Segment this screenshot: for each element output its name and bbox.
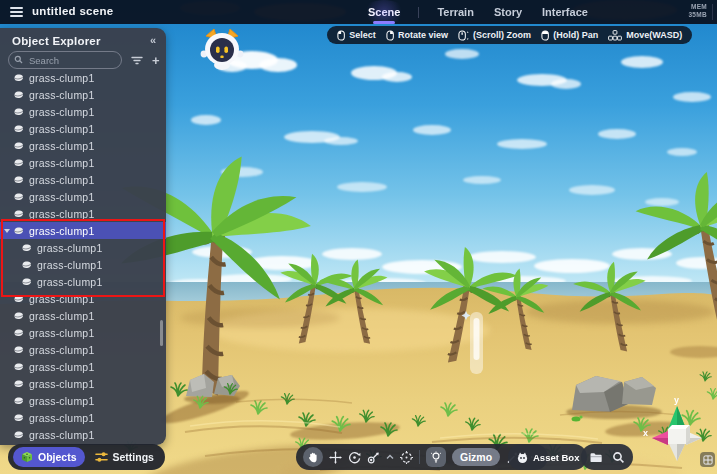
mouse-right-icon bbox=[386, 30, 394, 41]
object-explorer-panel: Object Explorer « + grass-clump1grass-cl… bbox=[0, 28, 166, 445]
tree-item-label: grass-clump1 bbox=[29, 225, 94, 237]
mesh-icon bbox=[13, 413, 24, 422]
tree-item[interactable]: grass-clump1 bbox=[0, 239, 166, 256]
snap-tool-button[interactable] bbox=[400, 451, 413, 464]
tree-item[interactable]: grass-clump1 bbox=[0, 171, 166, 188]
objects-button[interactable]: Objects bbox=[13, 447, 85, 467]
light-toggle-button[interactable] bbox=[426, 447, 446, 467]
tree-item[interactable]: grass-clump1 bbox=[0, 205, 166, 222]
mesh-icon bbox=[13, 226, 24, 235]
settings-label: Settings bbox=[113, 451, 154, 463]
add-object-icon[interactable]: + bbox=[152, 54, 160, 67]
tree-item-label: grass-clump1 bbox=[29, 412, 94, 424]
tree-item[interactable]: grass-clump1 bbox=[0, 120, 166, 137]
move-arrows-icon bbox=[329, 451, 342, 464]
tree-item[interactable]: grass-clump1 bbox=[0, 375, 166, 392]
search-assets-button[interactable] bbox=[612, 451, 625, 464]
objects-label: Objects bbox=[38, 451, 77, 463]
tree-item[interactable]: grass-clump1 bbox=[0, 188, 166, 205]
mesh-icon bbox=[21, 277, 32, 286]
cat-robot-icon bbox=[199, 27, 245, 71]
snap-grid-icon bbox=[400, 451, 413, 464]
search-icon bbox=[14, 55, 23, 64]
mesh-icon bbox=[13, 311, 24, 320]
folder-button[interactable] bbox=[589, 451, 603, 463]
tree-item[interactable]: grass-clump1 bbox=[0, 307, 166, 324]
tree-item[interactable]: grass-clump1 bbox=[0, 69, 166, 86]
mouse-left-icon bbox=[337, 30, 345, 41]
mouse-hold-icon bbox=[541, 30, 549, 41]
asset-box-label: Asset Box bbox=[533, 452, 579, 463]
tree-item[interactable]: grass-clump1 bbox=[0, 426, 166, 443]
tab-story[interactable]: Story bbox=[492, 6, 524, 18]
tree-item-label: grass-clump1 bbox=[29, 123, 94, 135]
assistant-mascot[interactable] bbox=[199, 27, 245, 71]
hint-zoom: (Scroll) Zoom bbox=[458, 30, 531, 41]
asset-box-button[interactable]: Asset Box bbox=[508, 444, 587, 470]
move-tool-button[interactable] bbox=[329, 451, 342, 464]
cat-icon bbox=[516, 451, 529, 464]
tree-item[interactable]: grass-clump1 bbox=[0, 341, 166, 358]
tree-item-label: grass-clump1 bbox=[29, 72, 94, 84]
tree-item[interactable]: grass-clump1 bbox=[0, 256, 166, 273]
scrollbar-thumb[interactable] bbox=[160, 320, 163, 346]
settings-button[interactable]: Settings bbox=[89, 447, 160, 467]
tree-item-label: grass-clump1 bbox=[29, 208, 94, 220]
mesh-icon bbox=[13, 294, 24, 303]
search-input[interactable] bbox=[27, 52, 119, 68]
cube-icon bbox=[21, 451, 33, 463]
tab-scene[interactable]: Scene bbox=[366, 6, 402, 18]
tree-item[interactable]: grass-clump1 bbox=[0, 358, 166, 375]
menu-icon[interactable] bbox=[10, 7, 23, 19]
tree-item[interactable]: grass-clump1 bbox=[0, 86, 166, 103]
folder-icon bbox=[589, 451, 603, 463]
caret-down-icon[interactable] bbox=[4, 229, 10, 233]
tree-item-label: grass-clump1 bbox=[29, 429, 94, 441]
tree-item[interactable]: grass-clump1 bbox=[0, 409, 166, 426]
tab-interface[interactable]: Interface bbox=[540, 6, 590, 18]
top-bar: untitled scene Scene Terrain Story Inter… bbox=[0, 0, 717, 24]
tab-terrain[interactable]: Terrain bbox=[435, 6, 475, 18]
search-box[interactable] bbox=[8, 51, 122, 69]
filter-icon[interactable] bbox=[131, 55, 143, 66]
mesh-icon bbox=[13, 158, 24, 167]
tree-item-label: grass-clump1 bbox=[29, 327, 94, 339]
tree-item[interactable]: grass-clump1 bbox=[0, 154, 166, 171]
tree-item[interactable]: grass-clump1 bbox=[0, 273, 166, 290]
mesh-icon bbox=[13, 209, 24, 218]
mem-label: MEM bbox=[691, 3, 707, 11]
tree-item[interactable]: grass-clump1 bbox=[0, 290, 166, 307]
scene-editor-window: Select Rotate view (Scroll) Zoom (Hold) … bbox=[0, 0, 717, 474]
tree-item[interactable]: grass-clump1 bbox=[0, 222, 166, 239]
scale-tool-button[interactable] bbox=[367, 451, 380, 464]
light-bulb-icon bbox=[430, 451, 442, 464]
mesh-icon bbox=[13, 175, 24, 184]
search-icon bbox=[612, 451, 625, 464]
grid-view-button[interactable] bbox=[700, 452, 715, 467]
tree-item-label: grass-clump1 bbox=[37, 242, 102, 254]
hint-move: Move(WASD) bbox=[608, 30, 682, 41]
mesh-icon bbox=[21, 243, 32, 252]
mesh-icon bbox=[13, 345, 24, 354]
mesh-icon bbox=[13, 379, 24, 388]
tree-item-label: grass-clump1 bbox=[29, 378, 94, 390]
toolbar-divider bbox=[419, 450, 420, 464]
panel-switcher: Objects Settings bbox=[8, 444, 165, 470]
axis-x-label: x bbox=[643, 428, 648, 438]
pan-tool-button[interactable] bbox=[303, 447, 323, 467]
tool-dropdown-chevron[interactable] bbox=[386, 454, 394, 460]
top-bar-divider bbox=[712, 4, 713, 20]
rotate-icon bbox=[348, 451, 361, 464]
collapse-panel-icon[interactable]: « bbox=[150, 34, 156, 46]
tree-item[interactable]: grass-clump1 bbox=[0, 324, 166, 341]
tree-item[interactable]: grass-clump1 bbox=[0, 392, 166, 409]
mesh-icon bbox=[13, 141, 24, 150]
hint-pan: (Hold) Pan bbox=[541, 30, 598, 41]
mesh-icon bbox=[13, 124, 24, 133]
rotate-tool-button[interactable] bbox=[348, 451, 361, 464]
mesh-icon bbox=[13, 362, 24, 371]
tree-item[interactable]: grass-clump1 bbox=[0, 103, 166, 120]
gizmo-button[interactable]: Gizmo bbox=[452, 448, 500, 466]
tree-item[interactable]: grass-clump1 bbox=[0, 137, 166, 154]
chevron-up-icon bbox=[386, 454, 394, 460]
